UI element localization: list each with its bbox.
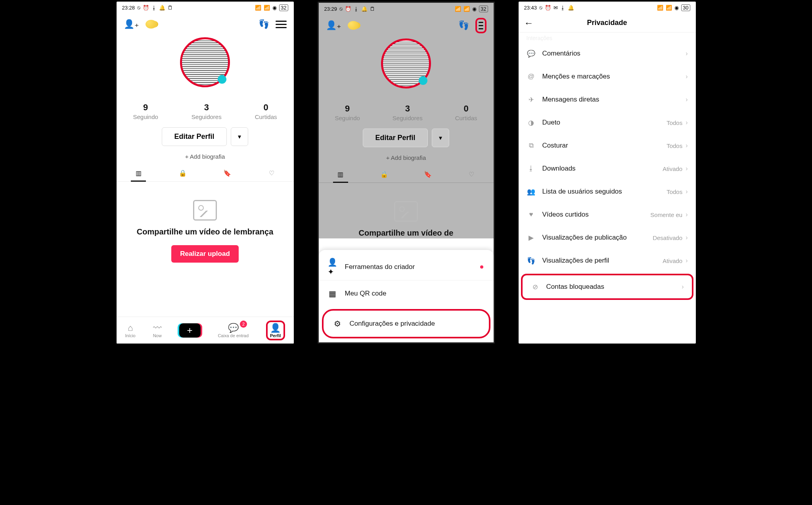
- privacy-list: 💬 Comentários › @ Menções e marcações › …: [519, 42, 696, 300]
- chevron-right-icon: ›: [686, 96, 688, 103]
- priv-downloads[interactable]: ⭳ Downloads Ativado ›: [519, 157, 696, 180]
- sheet-qr-code[interactable]: ▦ Meu QR code: [319, 280, 494, 307]
- dnd-icon: ⦸: [137, 4, 140, 11]
- sheet-creator-tools[interactable]: 👤✦ Ferramentas do criador: [319, 254, 494, 280]
- wifi-icon: ◉: [272, 5, 277, 11]
- empty-state-title: Compartilhe um vídeo de lembrança: [117, 226, 294, 237]
- dnd-icon: ⦸: [339, 6, 343, 12]
- profile-avatar[interactable]: [180, 37, 230, 87]
- priv-duet[interactable]: ◑ Dueto Todos ›: [519, 111, 696, 134]
- chevron-right-icon: ›: [686, 119, 688, 126]
- heart-tab-icon[interactable]: ♡: [466, 170, 477, 179]
- chevron-right-icon: ›: [686, 234, 688, 241]
- nav-now[interactable]: 〰 Now: [153, 323, 162, 338]
- back-arrow-icon[interactable]: ←: [524, 17, 534, 29]
- privacy-section-label: Interações: [519, 33, 696, 42]
- qr-icon: ▦: [327, 288, 338, 299]
- download-icon: ⭳: [354, 6, 359, 12]
- avatar-add-badge[interactable]: [419, 76, 427, 85]
- hamburger-menu-icon[interactable]: [475, 18, 486, 33]
- photo-placeholder-icon: [193, 200, 217, 221]
- add-bio-link[interactable]: + Add biografia: [319, 154, 494, 161]
- nav-inbox[interactable]: 💬 2 Caixa de entrad: [218, 323, 249, 338]
- profile-stats: 9 Seguindo 3 Seguidores 0 Curtidas: [117, 102, 294, 120]
- battery-level: 32: [479, 6, 488, 12]
- bell-icon: 🔔: [568, 5, 574, 11]
- sheet-settings-privacy[interactable]: ⚙ Configurações e privacidade: [322, 309, 490, 338]
- priv-post-views[interactable]: ▶ Visualizações de publicação Desativado…: [519, 226, 696, 249]
- profile-content-tabs: ▥ 🔒 🔖 ♡: [117, 169, 294, 182]
- chevron-right-icon: ›: [686, 50, 688, 57]
- download-icon: ⭳: [151, 5, 157, 11]
- priv-stitch[interactable]: ⧉ Costurar Todos ›: [519, 134, 696, 157]
- page-title: Privacidade: [587, 19, 627, 27]
- download-icon: ⭳: [560, 5, 565, 11]
- stat-following[interactable]: 9 Seguindo: [133, 102, 158, 120]
- profile-avatar[interactable]: [381, 38, 431, 88]
- stat-following[interactable]: 9 Seguindo: [335, 104, 360, 121]
- priv-mentions[interactable]: @ Menções e marcações ›: [519, 65, 696, 88]
- priv-following-list[interactable]: 👥 Lista de usuários seguidos Todos ›: [519, 180, 696, 203]
- add-bio-link[interactable]: + Add biografia: [117, 153, 294, 160]
- note-icon: 🗒: [168, 5, 173, 11]
- lock-tab-icon[interactable]: 🔒: [379, 170, 389, 179]
- nav-profile[interactable]: 👤 Perfil: [266, 321, 285, 340]
- profile-dropdown-button[interactable]: ▾: [231, 127, 248, 146]
- menu-bottom-sheet: 👤✦ Ferramentas do criador ▦ Meu QR code …: [319, 250, 494, 342]
- footprint-icon[interactable]: 👣: [458, 20, 469, 31]
- nav-create[interactable]: +: [179, 323, 201, 338]
- chevron-right-icon: ›: [686, 188, 688, 195]
- bottom-nav: ⌂ Início 〰 Now + 💬 2 Caixa de entrad 👤 P…: [117, 317, 294, 344]
- priv-liked-videos[interactable]: ♥ Vídeos curtidos Somente eu ›: [519, 203, 696, 226]
- users-icon: 👥: [527, 187, 536, 196]
- priv-blocked-accounts[interactable]: ⊘ Contas bloqueadas ›: [521, 274, 693, 300]
- chevron-right-icon: ›: [686, 211, 688, 218]
- empty-state: Compartilhe um vídeo de: [319, 201, 494, 238]
- photo-placeholder-icon: [394, 201, 418, 222]
- status-time: 23:29: [324, 6, 337, 12]
- stat-likes[interactable]: 0 Curtidas: [455, 104, 477, 121]
- avatar-add-badge[interactable]: [218, 75, 226, 84]
- edit-profile-button[interactable]: Editar Perfil: [162, 127, 226, 146]
- priv-dms[interactable]: ✈ Mensagens diretas ›: [519, 88, 696, 111]
- send-icon: ✈: [527, 95, 536, 104]
- chevron-right-icon: ›: [686, 257, 688, 264]
- lock-tab-icon[interactable]: 🔒: [178, 169, 188, 177]
- nav-home[interactable]: ⌂ Início: [125, 323, 135, 338]
- signal-icon: 📶: [455, 6, 461, 12]
- bell-icon: 🔔: [159, 5, 165, 11]
- bookmark-tab-icon[interactable]: 🔖: [222, 169, 232, 177]
- privacy-header: ← Privacidade: [519, 13, 696, 33]
- wifi-icon: ◉: [674, 5, 679, 11]
- chevron-right-icon: ›: [686, 142, 688, 149]
- chevron-right-icon: ›: [682, 283, 684, 290]
- notification-dot: [480, 265, 483, 269]
- signal-icon: 📶: [255, 5, 261, 11]
- screen-2: 23:29 ⦸ ⏰ ⭳ 🔔 🗒 📶 📶 ◉ 32 👤₊ 👣: [318, 2, 495, 344]
- profile-header-row: 👤₊ 👣: [117, 13, 294, 35]
- heart-tab-icon[interactable]: ♡: [266, 169, 277, 177]
- chevron-right-icon: ›: [686, 73, 688, 80]
- stat-followers[interactable]: 3 Seguidores: [393, 104, 423, 121]
- hamburger-menu-icon[interactable]: [276, 21, 287, 28]
- grid-tab-icon[interactable]: ▥: [335, 170, 346, 179]
- add-friend-icon[interactable]: 👤₊: [326, 20, 341, 31]
- profile-header-row: 👤₊ 👣: [319, 15, 494, 36]
- coin-icon[interactable]: [146, 20, 157, 29]
- status-time: 23:28: [122, 5, 135, 11]
- upload-button[interactable]: Realizar upload: [171, 245, 239, 263]
- grid-tab-icon[interactable]: ▥: [133, 169, 144, 177]
- coin-icon[interactable]: [348, 21, 359, 30]
- person-star-icon: 👤✦: [327, 262, 338, 272]
- stitch-icon: ⧉: [527, 141, 536, 150]
- footprint-icon[interactable]: 👣: [259, 19, 269, 29]
- profile-dropdown-button[interactable]: ▾: [432, 129, 449, 147]
- priv-profile-views[interactable]: 👣 Visualizações de perfil Ativado ›: [519, 249, 696, 272]
- now-icon: 〰: [153, 323, 162, 333]
- add-friend-icon[interactable]: 👤₊: [124, 19, 139, 29]
- bookmark-tab-icon[interactable]: 🔖: [423, 170, 433, 179]
- stat-followers[interactable]: 3 Seguidores: [192, 102, 222, 120]
- stat-likes[interactable]: 0 Curtidas: [255, 102, 277, 120]
- priv-comments[interactable]: 💬 Comentários ›: [519, 42, 696, 65]
- edit-profile-button[interactable]: Editar Perfil: [363, 129, 427, 147]
